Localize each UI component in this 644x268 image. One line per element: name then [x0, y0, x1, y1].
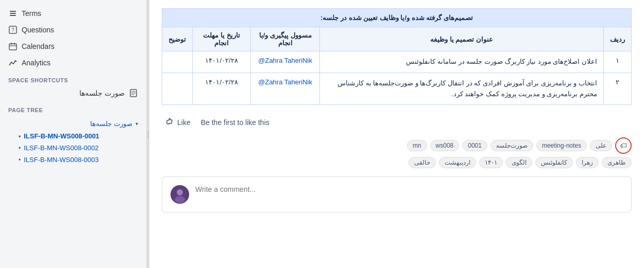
col-header-date: تاریخ یا مهلت انجام	[193, 27, 251, 51]
like-button[interactable]: Like	[162, 115, 195, 129]
row1-assignee[interactable]: Zahra TaheriNik@	[251, 51, 320, 73]
tag-icon-button[interactable]: 🏷	[615, 137, 632, 154]
like-label: Like	[177, 118, 191, 127]
page-tree: ▾ صورت جلسه‌ها ILSF-B-MN-WS008-0001 ILSF…	[0, 115, 146, 168]
comment-area	[162, 176, 632, 212]
comment-input[interactable]	[195, 185, 623, 193]
tag-confluence[interactable]: کانفلوئنس	[535, 157, 573, 168]
table-header: تصمیم‌های گرفته شده و/یا وظایف تعیین شده…	[162, 9, 632, 27]
list-icon	[8, 9, 18, 18]
tag-ordibehesht[interactable]: اردیبهشت	[439, 157, 476, 168]
tags-section: mn ws008 0001 صورت‌جلسه meeting-notes عل…	[162, 137, 632, 168]
svg-point-15	[175, 196, 185, 203]
page-tree-child-0[interactable]: ILSF-B-MN-WS008-0001	[0, 130, 146, 142]
page-tree-child-2[interactable]: ILSF-B-MN-WS008-0003	[0, 154, 146, 166]
svg-rect-5	[9, 44, 16, 50]
label-icon: 🏷	[620, 141, 627, 150]
sidebar-item-analytics[interactable]: Analytics	[0, 55, 146, 71]
page-tree-parent[interactable]: ▾ صورت جلسه‌ها	[0, 117, 146, 130]
col-header-assignee: مسوول پیگیری و/یا انجام	[251, 27, 320, 51]
action-bar: Like Be the first to like this	[162, 115, 632, 129]
col-header-note: توضیح	[162, 27, 193, 51]
tag-zahra[interactable]: زهرا	[576, 157, 599, 168]
page-tree-title: PAGE TREE	[0, 101, 146, 115]
sidebar-shortcut-meetings[interactable]: صورت جلسه‌ها	[0, 85, 146, 101]
page-tree-child-2-label: ILSF-B-MN-WS008-0003	[24, 156, 98, 164]
tag-soortjalaseh[interactable]: صورت‌جلسه	[490, 140, 533, 151]
row1-note	[162, 51, 193, 73]
analytics-icon	[8, 58, 18, 67]
thumbs-up-icon	[166, 117, 174, 127]
svg-text:?: ?	[11, 27, 14, 33]
sidebar-item-terms[interactable]: Terms	[0, 5, 146, 22]
svg-rect-2	[10, 15, 16, 16]
sidebar-item-questions[interactable]: ? Questions	[0, 22, 146, 38]
table-row: ۲ انتخاب و برنامه‌ریزی برای آموزش افرادی…	[162, 73, 632, 105]
page-tree-child-0-label: ILSF-B-MN-WS008-0001	[24, 132, 99, 140]
tags-row-2: خالقی اردیبهشت ۱۴۰۱ الگوی کانفلوئنس زهرا…	[409, 157, 632, 168]
row2-title: انتخاب و برنامه‌ریزی برای آموزش افرادی ک…	[320, 73, 604, 105]
page-tree-parent-label: صورت جلسه‌ها	[90, 120, 132, 128]
row2-note	[162, 73, 193, 105]
tag-mn[interactable]: mn	[407, 140, 427, 151]
page-icon	[129, 88, 138, 98]
row1-index: ۱	[604, 51, 632, 73]
main-content: تصمیم‌های گرفته شده و/یا وظایف تعیین شده…	[149, 0, 644, 268]
svg-rect-1	[10, 13, 16, 14]
sidebar-item-calendars[interactable]: Calendars	[0, 38, 146, 55]
svg-rect-0	[10, 11, 16, 12]
tag-algow[interactable]: الگوی	[506, 157, 532, 168]
page-tree-child-1[interactable]: ILSF-B-MN-WS008-0002	[0, 142, 146, 154]
row2-index: ۲	[604, 73, 632, 105]
row2-date: ۱۴۰۱/۰۲/۲۸	[193, 73, 251, 105]
sidebar-item-terms-label: Terms	[22, 9, 41, 17]
tag-meeting-notes[interactable]: meeting-notes	[536, 140, 587, 151]
row1-title: اعلان اصلاح‌های مورد نیاز کاربرگ صورت جل…	[320, 51, 604, 73]
row1-date: ۱۴۰۱/۰۲/۲۸	[193, 51, 251, 73]
col-header-title: عنوان تصمیم یا وظیفه	[320, 27, 604, 51]
table-row: ۱ اعلان اصلاح‌های مورد نیاز کاربرگ صورت …	[162, 51, 632, 73]
row2-assignee[interactable]: Zahra TaheriNik@	[251, 73, 320, 105]
sidebar: Terms ? Questions Calendars Analytic	[0, 0, 147, 268]
sidebar-item-questions-label: Questions	[22, 26, 54, 34]
chevron-down-icon: ▾	[135, 121, 138, 127]
tags-row-1: mn ws008 0001 صورت‌جلسه meeting-notes عل…	[407, 137, 632, 154]
question-icon: ?	[8, 25, 18, 34]
tag-ali[interactable]: علی	[590, 140, 612, 151]
tag-ws008[interactable]: ws008	[430, 140, 460, 151]
sidebar-item-analytics-label: Analytics	[22, 59, 50, 67]
sidebar-item-calendars-label: Calendars	[22, 42, 55, 50]
tag-1401[interactable]: ۱۴۰۱	[479, 157, 503, 168]
avatar	[171, 185, 189, 204]
calendar-icon	[8, 42, 18, 51]
decisions-table: تصمیم‌های گرفته شده و/یا وظایف تعیین شده…	[162, 8, 632, 105]
tag-taheri[interactable]: طاهری	[602, 157, 632, 168]
space-shortcuts-title: SPACE SHORTCUTS	[0, 71, 146, 85]
svg-point-14	[177, 189, 183, 195]
shortcut-meetings-label: صورت جلسه‌ها	[79, 89, 125, 97]
page-tree-child-1-label: ILSF-B-MN-WS008-0002	[24, 144, 98, 152]
tag-0001[interactable]: 0001	[462, 140, 487, 151]
tag-khaleghi[interactable]: خالقی	[409, 157, 436, 168]
col-header-index: ردیف	[604, 27, 632, 51]
be-first-text: Be the first to like this	[201, 118, 269, 127]
